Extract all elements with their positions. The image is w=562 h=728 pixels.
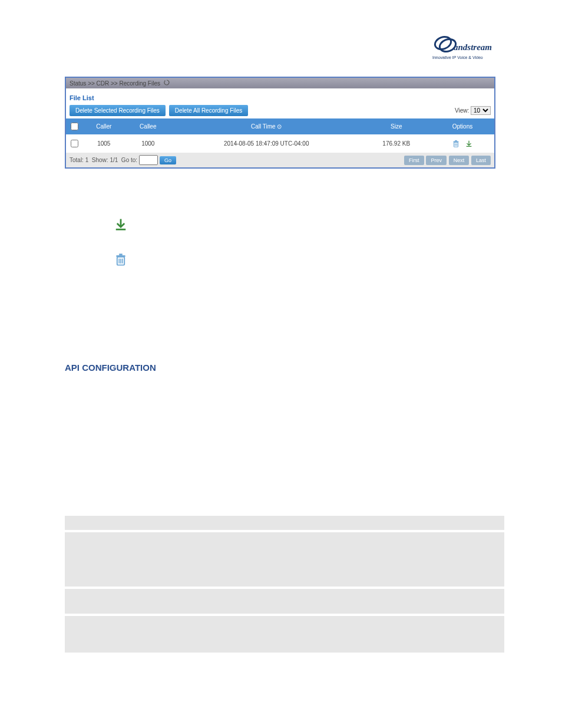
list-item — [79, 253, 497, 271]
api-heading: API CONFIGURATION — [65, 363, 497, 373]
header-call-time[interactable]: Call Time ⊙ — [171, 118, 362, 134]
table-row — [65, 516, 504, 530]
svg-rect-14 — [119, 254, 123, 256]
api-config-table — [65, 513, 504, 655]
reload-icon[interactable] — [164, 80, 170, 87]
list-item: Sort the recording file by "Call Time". — [79, 201, 497, 215]
header-callee: Callee — [125, 118, 171, 134]
download-icon — [114, 218, 127, 236]
pager-total: Total: 1 — [70, 157, 88, 163]
list-item: To delete multiple recording files by on… — [79, 288, 497, 315]
api-body: The UCM6100 supports third party billing… — [65, 380, 497, 425]
goto-input[interactable] — [139, 155, 158, 165]
header-size: Size — [362, 118, 431, 134]
breadcrumb: Status >> CDR >> Recording Files — [66, 78, 494, 88]
pager-goto: Go to: — [121, 157, 137, 163]
section-title: File List — [66, 88, 494, 105]
view-selector: View: 10 — [455, 106, 491, 115]
go-button[interactable]: Go — [160, 156, 176, 164]
delete-icon[interactable] — [452, 140, 460, 148]
cell-size: 176.92 KB — [362, 134, 431, 153]
svg-rect-13 — [116, 256, 125, 258]
cell-call-time: 2014-08-05 18:47:09 UTC-04:00 — [171, 134, 362, 153]
brand-logo: andstream Innovative IP Voice & Video — [432, 32, 497, 64]
pager-show: Show: 1/1 — [92, 157, 118, 163]
svg-rect-5 — [453, 141, 458, 142]
next-button[interactable]: Next — [449, 156, 470, 165]
svg-point-0 — [433, 35, 452, 51]
svg-rect-6 — [455, 140, 457, 141]
prev-button[interactable]: Prev — [426, 156, 447, 165]
feature-bullets: Click on ⊙, users can sort the recording… — [65, 184, 497, 315]
cell-callee: 1000 — [125, 134, 171, 153]
table-row — [65, 616, 504, 653]
table-row: 1005 1000 2014-08-05 18:47:09 UTC-04:00 … — [66, 134, 494, 153]
svg-text:Innovative IP Voice & Video: Innovative IP Voice & Video — [432, 55, 483, 60]
delete-selected-button[interactable]: Delete Selected Recording Files — [70, 105, 166, 116]
header-options: Options — [431, 118, 494, 134]
screenshot-panel: Status >> CDR >> Recording Files File Li… — [65, 77, 495, 169]
cell-caller: 1005 — [82, 134, 125, 153]
row-checkbox[interactable] — [66, 134, 82, 153]
table-row — [65, 589, 504, 614]
download-icon[interactable] — [465, 140, 473, 148]
pager: Total: 1 Show: 1/1 Go to: Go First Prev … — [66, 153, 494, 167]
cell-options — [431, 134, 494, 153]
last-button[interactable]: Last — [471, 156, 491, 165]
sort-icon: ⊙ — [277, 123, 282, 130]
header-checkbox[interactable] — [66, 118, 82, 134]
svg-text:andstream: andstream — [454, 42, 492, 52]
header-caller: Caller — [82, 118, 125, 134]
recordings-table: Caller Callee Call Time ⊙ Size Options 1… — [66, 118, 494, 153]
list-item: Click on ⊙, users can sort the recording… — [79, 184, 497, 197]
view-select[interactable]: 10 — [471, 106, 491, 115]
view-label: View: — [455, 107, 469, 114]
delete-all-button[interactable]: Delete All Recording Files — [169, 105, 249, 116]
first-button[interactable]: First — [404, 156, 424, 165]
delete-icon — [114, 253, 127, 271]
table-row — [65, 532, 504, 587]
breadcrumb-text: Status >> CDR >> Recording Files — [70, 80, 160, 87]
list-item — [79, 218, 497, 236]
